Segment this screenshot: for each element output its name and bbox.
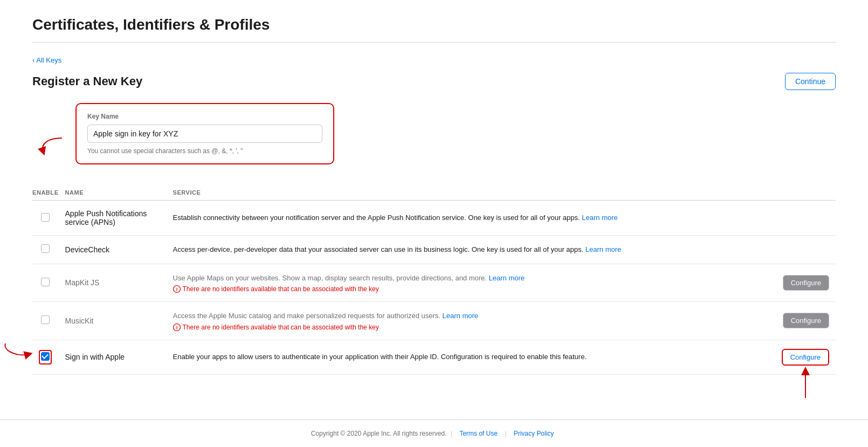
- copyright-text: Copyright © 2020 Apple Inc. All rights r…: [311, 430, 447, 437]
- table-header-row: ENABLE NAME SERVICE: [32, 185, 836, 201]
- mapkit-checkbox[interactable]: [41, 278, 50, 286]
- service-name-cell: MusicKit: [65, 302, 173, 340]
- footer: Copyright © 2020 Apple Inc. All rights r…: [0, 420, 868, 447]
- sign-in-checkbox[interactable]: [41, 352, 50, 361]
- sign-in-checkbox-annotation: [39, 350, 52, 365]
- service-desc-cell: Use Apple Maps on your websites. Show a …: [173, 264, 760, 302]
- mapkit-configure-button: Configure: [783, 275, 829, 291]
- devicecheck-checkbox[interactable]: [41, 244, 50, 253]
- service-desc-cell: Access the Apple Music catalog and make …: [173, 302, 760, 340]
- mapkit-error: ! There are no identifiers available tha…: [173, 285, 754, 293]
- services-table: ENABLE NAME SERVICE Apple Push Notificat…: [32, 185, 836, 375]
- table-row: DeviceCheck Access per-device, per-devel…: [32, 236, 836, 264]
- sign-in-arrow-annotation: [3, 341, 32, 368]
- checkbox-cell[interactable]: [32, 236, 65, 264]
- musickit-error: ! There are no identifiers available tha…: [173, 324, 754, 331]
- back-link[interactable]: All Keys: [32, 56, 61, 64]
- privacy-link[interactable]: Privacy Policy: [514, 430, 554, 437]
- col-enable: ENABLE: [32, 185, 65, 201]
- col-action: [760, 185, 836, 201]
- service-desc-cell: Access per-device, per-developer data th…: [173, 236, 760, 264]
- service-desc-cell: Establish connectivity between your noti…: [173, 201, 760, 236]
- checkbox-cell[interactable]: [32, 302, 65, 340]
- configure-arrow-annotation: [800, 368, 811, 401]
- service-action-cell: Configure: [760, 302, 836, 340]
- musickit-learn-more[interactable]: Learn more: [443, 312, 478, 320]
- service-action-cell: [760, 201, 836, 236]
- musickit-checkbox[interactable]: [41, 315, 50, 324]
- svg-text:!: !: [176, 287, 177, 292]
- table-row: Apple Push Notifications service (APNs) …: [32, 201, 836, 236]
- sign-in-configure-button[interactable]: Configure: [782, 349, 829, 366]
- service-action-cell[interactable]: Configure: [760, 340, 836, 374]
- apns-checkbox[interactable]: [41, 213, 50, 222]
- checkbox-cell[interactable]: [32, 264, 65, 302]
- service-action-cell: [760, 236, 836, 264]
- table-row: MapKit JS Use Apple Maps on your website…: [32, 264, 836, 302]
- key-name-container: Key Name You cannot use special characte…: [75, 103, 334, 164]
- svg-text:!: !: [176, 325, 177, 331]
- musickit-configure-button: Configure: [783, 313, 829, 328]
- continue-button[interactable]: Continue: [785, 73, 836, 90]
- service-name-cell: Sign in with Apple: [65, 340, 173, 374]
- error-icon: !: [173, 324, 181, 331]
- service-name-cell: DeviceCheck: [65, 236, 173, 264]
- table-row: MusicKit Access the Apple Music catalog …: [32, 302, 836, 340]
- key-name-input[interactable]: [87, 125, 322, 143]
- mapkit-learn-more[interactable]: Learn more: [489, 274, 525, 282]
- checkbox-cell[interactable]: [32, 201, 65, 236]
- section-header: Register a New Key Continue: [32, 73, 836, 90]
- apns-learn-more[interactable]: Learn more: [582, 214, 617, 222]
- checkbox-cell[interactable]: [32, 340, 65, 374]
- service-name-cell: Apple Push Notifications service (APNs): [65, 201, 173, 236]
- table-row: Sign in with Apple Enable your apps to a…: [32, 340, 836, 374]
- col-name: NAME: [65, 185, 173, 201]
- key-name-arrow-annotation: [38, 125, 70, 152]
- devicecheck-learn-more[interactable]: Learn more: [585, 245, 621, 253]
- service-desc-cell: Enable your apps to allow users to authe…: [173, 340, 760, 374]
- key-name-label: Key Name: [87, 113, 322, 120]
- col-service: SERVICE: [173, 185, 760, 201]
- service-action-cell: Configure: [760, 264, 836, 302]
- section-title: Register a New Key: [32, 74, 142, 88]
- key-name-hint: You cannot use special characters such a…: [87, 147, 322, 155]
- error-icon: !: [173, 285, 181, 293]
- page-title: Certificates, Identifiers & Profiles: [32, 16, 836, 43]
- service-name-cell: MapKit JS: [65, 264, 173, 302]
- terms-link[interactable]: Terms of Use: [459, 430, 498, 437]
